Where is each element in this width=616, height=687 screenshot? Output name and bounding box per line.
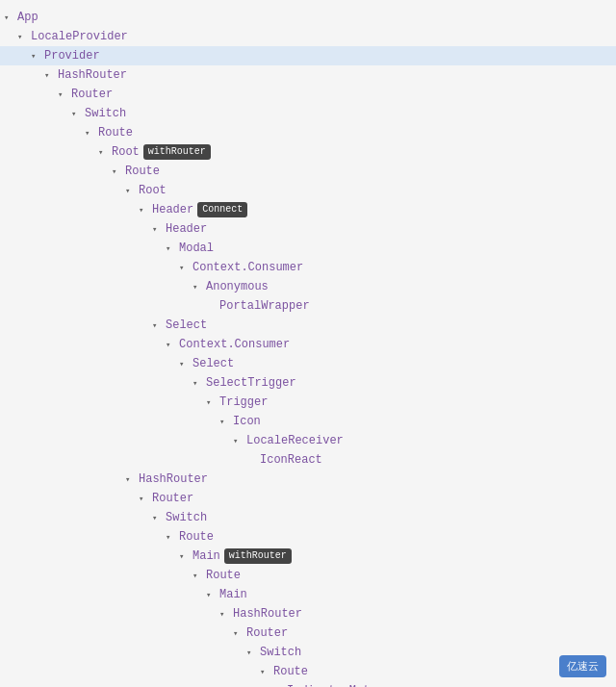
tree-toggle[interactable]: ▾: [125, 186, 139, 196]
node-badge: Connect: [197, 202, 247, 217]
tree-toggle[interactable]: ▾: [260, 667, 273, 677]
node-label: LocaleReceiver: [246, 434, 344, 447]
tree-toggle[interactable]: ▾: [152, 320, 166, 331]
node-label: Main: [219, 588, 247, 601]
node-label: Route: [98, 126, 133, 140]
tree-node[interactable]: ▾Switch: [0, 643, 616, 662]
tree-toggle[interactable]: ▾: [166, 340, 179, 350]
node-label: Provider: [44, 49, 100, 63]
tree-node[interactable]: PortalWrapper: [0, 296, 616, 316]
tree-node[interactable]: ▾Trigger: [0, 393, 616, 412]
node-label: Root: [112, 145, 140, 159]
node-label: HashRouter: [58, 68, 127, 82]
tree-toggle[interactable]: ▾: [206, 397, 219, 408]
tree-node[interactable]: ▾HeaderConnect: [0, 200, 616, 219]
tree-node[interactable]: ▾Provider: [0, 46, 616, 65]
tree-toggle[interactable]: ▾: [112, 166, 125, 177]
tree-toggle[interactable]: ▾: [166, 243, 179, 254]
tree-toggle[interactable]: ▾: [192, 282, 206, 293]
tree-toggle[interactable]: ▾: [152, 224, 166, 235]
tree-node[interactable]: ▾HashRouter: [0, 470, 616, 489]
tree-toggle[interactable]: ▾: [166, 532, 179, 543]
tree-toggle[interactable]: ▾: [179, 359, 192, 369]
tree-toggle[interactable]: ▾: [17, 32, 31, 42]
node-label: Main: [192, 549, 220, 563]
node-label: Anonymous: [206, 280, 269, 293]
tree-toggle[interactable]: ▾: [246, 648, 260, 658]
tree-node[interactable]: ▾RootwithRouter: [0, 142, 616, 162]
tree-node[interactable]: ▾Router: [0, 623, 616, 643]
tree-toggle[interactable]: ▾: [192, 378, 206, 389]
tree-toggle[interactable]: ▾: [179, 263, 192, 273]
tree-node[interactable]: ▾App: [0, 8, 616, 27]
tree-node[interactable]: ▾Router: [0, 85, 616, 104]
tree-node[interactable]: ▾MainwithRouter: [0, 547, 616, 566]
tree-node[interactable]: ▾Root: [0, 181, 616, 200]
node-label: Router: [152, 492, 193, 505]
node-label: PortalWrapper: [219, 299, 310, 313]
tree-node[interactable]: ▾Switch: [0, 508, 616, 527]
tree-node[interactable]: ▾Route: [0, 527, 616, 547]
tree-toggle[interactable]: ▾: [139, 494, 152, 504]
tree-toggle[interactable]: ▾: [71, 109, 85, 119]
node-label: SelectTrigger: [206, 376, 296, 390]
tree-toggle[interactable]: ▾: [98, 147, 112, 158]
tree-node[interactable]: ▾Route: [0, 566, 616, 585]
tree-container: ▾App▾LocaleProvider▾Provider▾HashRouter▾…: [0, 0, 616, 687]
tree-node[interactable]: ▾Switch: [0, 104, 616, 123]
tree-toggle[interactable]: ▾: [139, 205, 152, 216]
node-label: IconReact: [260, 453, 322, 467]
tree-node[interactable]: ▾Context.Consumer: [0, 258, 616, 277]
node-label: Switch: [85, 107, 126, 120]
tree-node[interactable]: ▾Route: [0, 123, 616, 142]
tree-toggle[interactable]: ▾: [152, 513, 166, 523]
node-label: Select: [192, 357, 234, 370]
tree-node[interactable]: ▾HashRouter: [0, 604, 616, 623]
tree-toggle[interactable]: ▾: [206, 590, 219, 600]
tree-node[interactable]: ▾Router: [0, 489, 616, 508]
tree-toggle[interactable]: ▾: [4, 13, 17, 23]
node-label: Trigger: [219, 395, 268, 409]
tree-toggle[interactable]: ▾: [85, 128, 98, 139]
node-label: App: [17, 11, 38, 24]
tree-node[interactable]: ▾Context.Consumer: [0, 335, 616, 354]
tree-node[interactable]: ▾SelectTrigger: [0, 373, 616, 393]
node-label: Route: [125, 165, 160, 178]
node-label: Header: [166, 222, 207, 236]
tree-node[interactable]: ▾HashRouter: [0, 65, 616, 85]
node-label: Select: [166, 318, 207, 332]
tree-toggle[interactable]: ▾: [125, 474, 139, 485]
node-label: Icon: [233, 415, 261, 428]
tree-node[interactable]: ▾Route: [0, 162, 616, 181]
tree-node[interactable]: ▾LocaleProvider: [0, 27, 616, 46]
tree-node[interactable]: ▾Select: [0, 316, 616, 335]
tree-toggle[interactable]: ▾: [233, 628, 246, 639]
node-label: Modal: [179, 242, 214, 255]
node-label: Route: [206, 569, 241, 582]
tree-toggle[interactable]: ▾: [219, 609, 233, 620]
tree-node[interactable]: IconReact: [0, 450, 616, 470]
tree-toggle[interactable]: ▾: [31, 51, 44, 62]
node-label: Router: [246, 626, 288, 640]
tree-toggle[interactable]: ▾: [58, 89, 71, 100]
node-label: HashRouter: [233, 607, 302, 621]
tree-toggle[interactable]: ▾: [179, 551, 192, 562]
tree-node[interactable]: ▾Select: [0, 354, 616, 373]
tree-node[interactable]: ▾Modal: [0, 239, 616, 258]
tree-toggle[interactable]: ▾: [192, 571, 206, 581]
tree-node[interactable]: ▾Anonymous: [0, 277, 616, 296]
node-label: Context.Consumer: [192, 261, 303, 274]
tree-toggle[interactable]: ▾: [233, 436, 246, 446]
tree-toggle[interactable]: ▾: [219, 417, 233, 427]
tree-node[interactable]: ▾Header: [0, 219, 616, 239]
tree-node[interactable]: ▾Route: [0, 662, 616, 681]
tree-toggle[interactable]: ▾: [44, 70, 58, 81]
node-label: Switch: [166, 511, 207, 524]
node-label: Switch: [260, 646, 301, 659]
tree-node[interactable]: ▾Main: [0, 585, 616, 604]
watermark: 亿速云: [559, 655, 606, 677]
tree-node[interactable]: ▾IndicatorMgt: [0, 681, 616, 687]
tree-node[interactable]: ▾LocaleReceiver: [0, 431, 616, 450]
tree-node[interactable]: ▾Icon: [0, 412, 616, 431]
node-label: Header: [152, 203, 193, 216]
